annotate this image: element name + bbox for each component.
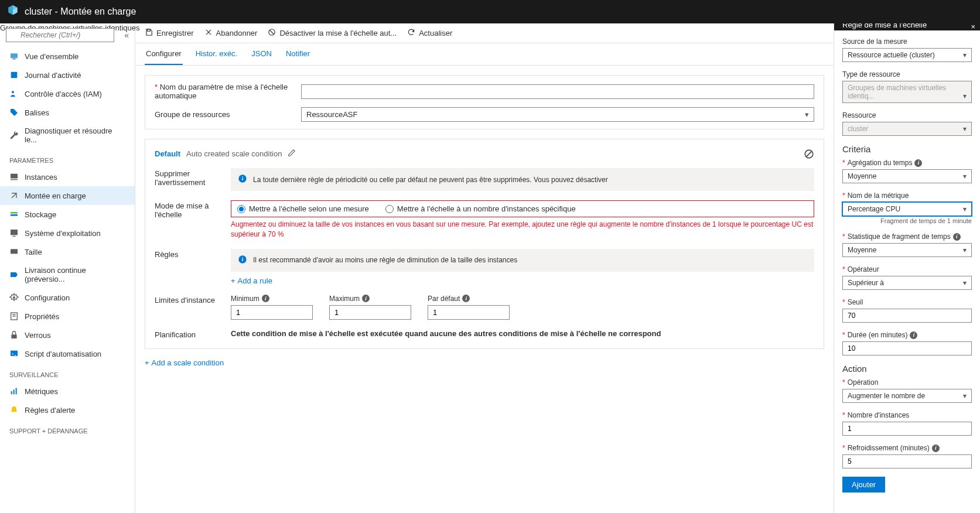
info-icon[interactable]: i	[914, 159, 922, 167]
svg-rect-10	[11, 230, 18, 235]
plan-label: Planification	[155, 329, 231, 339]
duration-input[interactable]	[842, 341, 972, 355]
metric-select[interactable]: Percentage CPU	[842, 202, 972, 216]
condition-default-badge: Default	[155, 149, 180, 158]
radio-checked-icon	[237, 205, 245, 213]
info-icon[interactable]: i	[932, 444, 940, 452]
props-icon	[9, 312, 19, 321]
resource-group-label: Groupe de ressources	[155, 110, 301, 119]
svg-rect-6	[11, 174, 18, 179]
cooldown-label: * Refroidissement (minutes) i	[842, 444, 972, 452]
tab-notify[interactable]: Notifier	[285, 43, 311, 65]
op-label: * Opérateur	[842, 265, 972, 273]
add-scale-condition-link[interactable]: + Add a scale condition	[145, 358, 224, 367]
close-icon[interactable]: ×	[971, 23, 975, 30]
tab-history[interactable]: Histor. exéc.	[194, 43, 239, 65]
max-label: Maximum i	[329, 295, 411, 303]
overview-icon	[9, 52, 19, 61]
delete-warn-banner: i La toute dernière règle de périodicité…	[231, 168, 814, 191]
info-icon[interactable]: i	[362, 295, 370, 302]
cd-icon	[9, 270, 19, 279]
source-select[interactable]: Ressource actuelle (cluster)	[842, 48, 972, 62]
scale-mode-metric-radio[interactable]: Mettre à l'échelle selon une mesure	[237, 204, 369, 213]
nav-section-params: PARAMÈTRES	[0, 149, 135, 167]
page-title: cluster - Montée en charge	[25, 6, 136, 17]
settings-form: * Nom du paramètre de mise à l'échelle a…	[145, 75, 824, 129]
tag-icon	[9, 108, 19, 117]
svg-rect-18	[11, 351, 18, 356]
rule-panel: Règle de mise à l'échelle × Source de la…	[834, 23, 980, 513]
nav-scaling[interactable]: Montée en charge	[0, 186, 135, 205]
scale-condition-card: Default Auto created scale condition Sup…	[145, 139, 824, 349]
delete-condition-icon[interactable]	[804, 149, 814, 161]
stat-select[interactable]: Moyenne	[842, 243, 972, 257]
scale-mode-count-radio[interactable]: Mettre à l'échelle à un nombre d'instanc…	[385, 204, 576, 213]
svg-rect-17	[11, 334, 16, 338]
nav-props[interactable]: Propriétés	[0, 307, 135, 326]
plus-icon: +	[231, 276, 235, 285]
cube-icon	[7, 4, 19, 18]
min-label: Minimum i	[231, 295, 313, 303]
info-icon[interactable]: i	[262, 295, 269, 302]
add-rule-button[interactable]: Ajouter	[842, 477, 885, 493]
tabs: Configurer Histor. exéc. JSON Notifier	[135, 43, 834, 66]
info-icon[interactable]: i	[910, 331, 917, 339]
info-icon[interactable]: i	[462, 295, 470, 302]
action-heading: Action	[842, 364, 972, 374]
cooldown-input[interactable]	[842, 454, 972, 468]
min-input[interactable]	[231, 305, 313, 320]
radio-unchecked-icon	[385, 205, 394, 213]
default-input[interactable]	[428, 305, 510, 320]
nav-config[interactable]: Configuration	[0, 288, 135, 307]
scale-mode-label: Mode de mise à l'échelle	[155, 200, 231, 240]
tab-configure[interactable]: Configurer	[145, 43, 183, 65]
add-rule-link[interactable]: + Add a rule	[231, 276, 272, 285]
timeagg-label: * Agrégation du temps i	[842, 159, 972, 167]
metrics-icon	[9, 387, 19, 396]
info-icon[interactable]: i	[953, 233, 961, 241]
operation-select[interactable]: Augmenter le nombre de	[842, 389, 972, 403]
rules-info-banner: i Il est recommandé d'avoir au moins une…	[231, 249, 814, 272]
scale-mode-box: Mettre à l'échelle selon une mesure Mett…	[231, 200, 814, 217]
nav-script[interactable]: Script d'automatisation	[0, 344, 135, 363]
nav-overview[interactable]: Vue d'ensemble	[0, 47, 135, 66]
svg-rect-19	[11, 391, 12, 394]
sidebar: « Vue d'ensemble Journal d'activité Cont…	[0, 23, 135, 513]
plan-text: Cette condition de mise à l'échelle est …	[231, 329, 814, 338]
info-icon: i	[238, 174, 247, 185]
nav-cd[interactable]: Livraison continue (préversio...	[0, 261, 135, 288]
edit-icon[interactable]	[288, 149, 296, 159]
threshold-input[interactable]	[842, 309, 972, 323]
rule-panel-header: Règle de mise à l'échelle ×	[834, 23, 980, 30]
timeagg-select[interactable]: Moyenne	[842, 169, 972, 183]
restype-label: Type de ressource	[842, 70, 972, 78]
nav-iam[interactable]: Contrôle d'accès (IAM)	[0, 84, 135, 103]
nav-size[interactable]: Taille	[0, 242, 135, 261]
resource-group-select[interactable]: RessourceASF	[301, 107, 814, 122]
script-icon	[9, 349, 19, 358]
nav-os[interactable]: Système d'exploitation	[0, 224, 135, 242]
nav-locks[interactable]: Verrous	[0, 326, 135, 344]
nav-activity[interactable]: Journal d'activité	[0, 66, 135, 84]
nav-instances[interactable]: Instances	[0, 167, 135, 186]
autoscale-name-input[interactable]	[301, 84, 814, 99]
nav-tags[interactable]: Balises	[0, 103, 135, 122]
count-input[interactable]	[842, 422, 972, 436]
op-select[interactable]: Supérieur à	[842, 276, 972, 290]
nav-alerts[interactable]: Règles d'alerte	[0, 401, 135, 419]
svg-rect-12	[11, 249, 18, 254]
nav-storage[interactable]: Stockage	[0, 205, 135, 224]
nav-metrics[interactable]: Métriques	[0, 382, 135, 401]
nav-diagnose[interactable]: Diagnostiquer et résoudre le...	[0, 122, 135, 149]
resource-select: cluster	[842, 122, 972, 136]
svg-rect-7	[11, 179, 18, 180]
tab-json[interactable]: JSON	[250, 43, 273, 65]
svg-rect-9	[11, 214, 18, 216]
os-icon	[9, 228, 19, 238]
size-icon	[9, 247, 19, 256]
max-input[interactable]	[329, 305, 411, 320]
nav-section-support: SUPPORT + DÉPANNAGE	[0, 419, 135, 438]
nav-list: Vue d'ensemble Journal d'activité Contrô…	[0, 47, 135, 513]
instances-icon	[9, 172, 19, 182]
search-input[interactable]	[6, 28, 114, 42]
